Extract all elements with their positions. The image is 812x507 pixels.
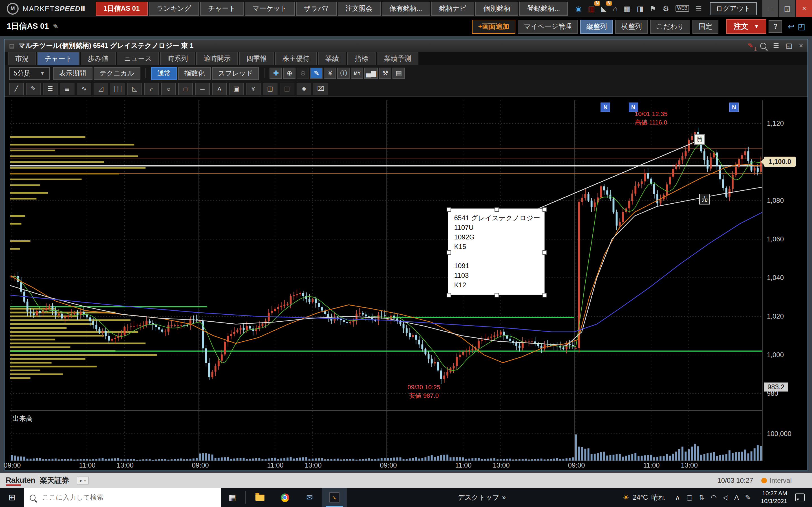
layout-panel-icon[interactable]: ▫ (84, 478, 86, 483)
clear-all-tool[interactable]: ⌧ (313, 82, 328, 95)
tab-indicators[interactable]: 指標 (347, 52, 375, 65)
home-icon[interactable]: ⌂ (613, 5, 617, 12)
top-tab-market[interactable]: マーケット (245, 1, 295, 15)
mode-spread-button[interactable]: スプレッド (212, 67, 259, 80)
expand-panel-icon[interactable]: ▸ (80, 478, 82, 483)
lock-layout-button[interactable]: 固定 (693, 19, 718, 34)
start-button[interactable]: ⊞ (0, 488, 24, 507)
crosshair-icon[interactable]: ✚ (270, 68, 282, 79)
add-screen-button[interactable]: +画面追加 (472, 19, 515, 34)
mail-icon[interactable]: ✉ (297, 488, 322, 507)
selection-handle[interactable] (543, 293, 547, 297)
pen-icon[interactable]: ✎ (745, 494, 751, 501)
paste-tool[interactable]: ◫ (280, 82, 294, 95)
trendline-tool[interactable]: ╱ (9, 82, 24, 95)
buy-marker[interactable]: 買 (694, 134, 705, 145)
info-icon[interactable]: ⓘ (338, 68, 350, 79)
search-input[interactable] (41, 493, 215, 502)
annotation-pen-icon[interactable]: ✎1 (748, 42, 753, 50)
task-view-button[interactable]: ▦ (221, 488, 244, 507)
window-close-icon[interactable]: × (799, 42, 803, 50)
chart-tooltip[interactable]: 6541 グレイステクノロジー1107U1092GK1510911103K12 (448, 209, 545, 295)
tab-shikiho[interactable]: 四季報 (239, 52, 274, 65)
order-button[interactable]: 注文▼ (726, 19, 766, 34)
media-icon[interactable]: ◨ (637, 5, 644, 12)
close-button[interactable]: × (796, 0, 812, 17)
top-tab-holdings[interactable]: 保有銘柄... (382, 1, 430, 15)
usb-icon[interactable]: ⇅ (699, 494, 705, 501)
settings-gear-icon[interactable]: ⚙ (663, 5, 669, 12)
selection-handle[interactable] (447, 250, 451, 255)
zoom-out-icon[interactable]: ⊖ (297, 68, 309, 79)
selection-handle[interactable] (447, 207, 451, 212)
tab-chart[interactable]: チャート (37, 52, 80, 65)
fibonacci-lines-tool[interactable]: ≣ (60, 82, 74, 95)
candlestick-chart[interactable]: 1,1201,1001,0801,0601,0401,0201,00098009… (4, 97, 808, 470)
horizontal-lines-tool[interactable]: ☰ (43, 82, 57, 95)
marketspeed-app-icon[interactable]: ◉ (575, 5, 582, 12)
hidden-icons-caret[interactable]: ∧ (675, 494, 680, 501)
news-marker[interactable]: N (628, 103, 638, 112)
mypage-manage-button[interactable]: マイページ管理 (518, 19, 578, 34)
taskbar-search[interactable] (24, 488, 221, 507)
yen-scale-icon[interactable]: ¥ (324, 68, 336, 79)
selection-handle[interactable] (543, 207, 547, 212)
angle-line-tool[interactable]: ◺ (128, 82, 142, 95)
my-chart-icon[interactable]: MY (351, 68, 363, 79)
selection-handle[interactable] (495, 207, 499, 212)
chrome-icon[interactable] (272, 488, 297, 507)
top-tab-stock-navi[interactable]: 銘柄ナビ (431, 1, 474, 15)
icon-stamp-tool[interactable]: ▣ (229, 82, 244, 95)
menu-icon[interactable]: ☰ (695, 5, 702, 12)
window-titlebar[interactable]: ▤ マルチツール(個別銘柄) 6541 グレイステクノロジー 東 1 ✎1☰◱× (4, 40, 808, 52)
top-tab-order-inquiry[interactable]: 注文照会 (338, 1, 380, 15)
file-explorer-icon[interactable] (248, 488, 272, 507)
rectangle-tool[interactable]: □ (178, 82, 193, 95)
ime-icon[interactable]: A (734, 494, 739, 501)
top-tab-registered-stocks[interactable]: 登録銘柄... (519, 1, 568, 15)
top-tab-ranking[interactable]: ランキング (149, 1, 199, 15)
price-mark-tool[interactable]: ¥ (246, 82, 260, 95)
top-tab-individual-stock[interactable]: 個別銘柄 (475, 1, 518, 15)
polygon-tool[interactable]: ⌂ (144, 82, 159, 95)
text-tool[interactable]: A (212, 82, 227, 95)
selection-handle[interactable] (543, 250, 547, 255)
tab-news[interactable]: ニュース (117, 52, 159, 65)
workspace-tab-1nichishin-as-01[interactable]: 1日信AS 01 (96, 1, 147, 15)
ellipse-tool[interactable]: ○ (161, 82, 176, 95)
volume-icon[interactable]: ◁ (723, 494, 728, 501)
link-jump-icon[interactable]: ↩ (788, 22, 794, 31)
selection-handle[interactable] (447, 293, 451, 297)
vertical-tile-button[interactable]: 縦整列 (580, 19, 613, 34)
copy-tool[interactable]: ◫ (263, 82, 277, 95)
technical-button[interactable]: テクニカル (93, 67, 140, 80)
horizontal-tile-button[interactable]: 横整列 (615, 19, 648, 34)
horizontal-line-tool[interactable]: ─ (195, 82, 210, 95)
network-icon[interactable]: ◠ (711, 494, 717, 501)
triangle-tool[interactable]: ◿ (94, 82, 108, 95)
help-button[interactable]: ? (769, 20, 782, 33)
display-period-button[interactable]: 表示期間 (53, 67, 92, 80)
chart-area[interactable]: 1,1201,1001,0801,0601,0401,0201,00098009… (4, 97, 808, 470)
mode-indexed-button[interactable]: 指数化 (178, 67, 211, 80)
tab-tick-data[interactable]: 歩み値 (81, 52, 116, 65)
tab-earnings-forecast[interactable]: 業績予測 (377, 52, 418, 65)
top-tab-zaraba7[interactable]: ザラバ7 (296, 1, 336, 15)
search-icon[interactable] (760, 43, 766, 49)
action-center-icon[interactable] (795, 494, 805, 501)
popout-icon[interactable]: ◱ (786, 42, 792, 50)
vertical-lines-tool[interactable]: ∣∣∣ (110, 82, 125, 95)
window-menu-icon[interactable]: ☰ (773, 42, 779, 50)
tab-market-overview[interactable]: 市況 (8, 52, 36, 65)
chart-app-icon[interactable]: ▥N (588, 5, 595, 12)
new-window-icon[interactable]: ◰ (798, 22, 805, 31)
mode-normal-button[interactable]: 通常 (151, 67, 177, 80)
area-chart-icon[interactable]: ▄▆ (364, 68, 378, 79)
top-tab-chart[interactable]: チャート (200, 1, 244, 15)
display-icon[interactable]: ▢ (686, 494, 693, 501)
minimize-button[interactable]: – (762, 0, 778, 17)
selection-handle[interactable] (495, 293, 499, 297)
freehand-tool[interactable]: ✎ (26, 82, 41, 95)
tab-time-series[interactable]: 時系列 (160, 52, 195, 65)
logout-button[interactable]: ログアウト (710, 2, 757, 15)
